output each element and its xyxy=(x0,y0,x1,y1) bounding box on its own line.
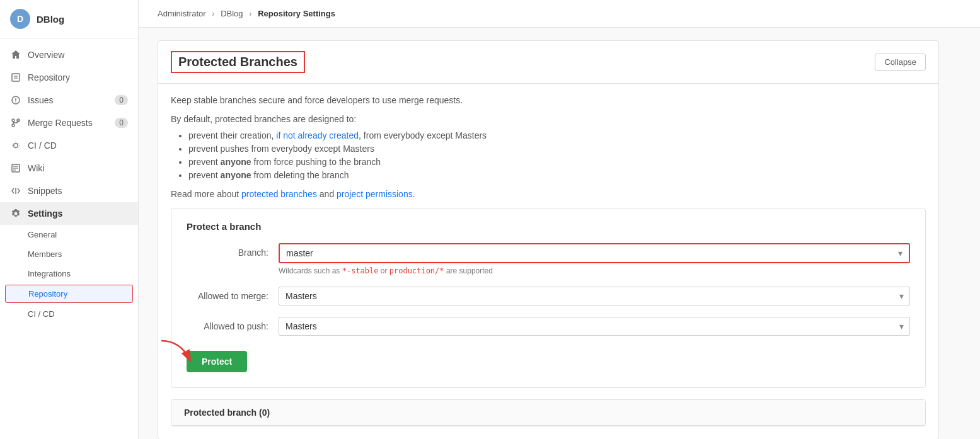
avatar: D xyxy=(10,9,30,29)
sidebar-submenu-general[interactable]: General xyxy=(0,225,138,244)
default-title: By default, protected branches are desig… xyxy=(171,114,926,124)
bullet-2: prevent pushes from everybody except Mas… xyxy=(188,144,926,154)
protected-branch-section: Protected branch (0) xyxy=(171,399,926,426)
issues-badge: 0 xyxy=(115,95,128,105)
allowed-merge-select-wrap: Masters Developers + Masters No one ▾ xyxy=(279,287,910,305)
sidebar-item-issues[interactable]: Issues 0 xyxy=(0,89,138,111)
sidebar-item-overview[interactable]: Overview xyxy=(0,43,138,66)
svg-point-5 xyxy=(15,101,16,103)
sidebar-item-repository[interactable]: Repository xyxy=(0,66,138,89)
book-icon xyxy=(10,72,21,83)
branch-hint: Wildcards such as *-stable or production… xyxy=(279,266,910,275)
merge-icon xyxy=(10,117,21,128)
sidebar-item-label: Repository xyxy=(28,72,70,83)
section-description: Keep stable branches secure and force de… xyxy=(171,95,926,105)
svg-rect-0 xyxy=(12,74,20,81)
sidebar-item-label: Settings xyxy=(28,208,62,219)
breadcrumb-dblog[interactable]: DBlog xyxy=(221,9,243,18)
sidebar-item-label: Overview xyxy=(28,50,64,60)
sidebar-item-label: Merge Requests xyxy=(28,118,93,128)
sidebar-submenu-repository[interactable]: Repository xyxy=(5,285,133,303)
sidebar-item-label: Issues xyxy=(28,95,53,105)
main-content: Administrator › DBlog › Repository Setti… xyxy=(139,0,980,439)
branch-input-wrap: ▾ Wildcards such as *-stable or producti… xyxy=(279,243,910,275)
read-more-link-1[interactable]: protected branches xyxy=(241,189,317,199)
sidebar-submenu-members[interactable]: Members xyxy=(0,244,138,264)
allowed-push-label: Allowed to push: xyxy=(187,317,268,331)
read-more: Read more about protected branches and p… xyxy=(171,189,926,199)
snippet-icon xyxy=(10,185,21,197)
bullet-3: prevent anyone from force pushing to the… xyxy=(188,157,926,167)
bullet-link-1[interactable]: if not already created xyxy=(276,130,359,140)
sidebar-item-label: Snippets xyxy=(28,186,62,196)
branch-input[interactable] xyxy=(280,244,909,262)
read-more-link-2[interactable]: project permissions xyxy=(337,189,413,199)
sidebar-item-cicd[interactable]: CI / CD xyxy=(0,134,138,157)
issue-icon xyxy=(10,94,21,106)
content-area: Protected Branches Collapse Keep stable … xyxy=(139,28,958,439)
section-body: Keep stable branches secure and force de… xyxy=(158,84,938,439)
allowed-push-wrap: Masters Developers + Masters No one ▾ xyxy=(279,317,910,336)
sidebar-submenu-integrations[interactable]: Integrations xyxy=(0,264,138,283)
protect-form-title: Protect a branch xyxy=(187,221,910,232)
sidebar-submenu-cicd[interactable]: CI / CD xyxy=(0,304,138,324)
allowed-push-select[interactable]: Masters Developers + Masters No one xyxy=(279,317,910,336)
home-icon xyxy=(10,49,21,60)
svg-point-7 xyxy=(12,124,14,127)
svg-point-6 xyxy=(12,119,14,122)
allowed-merge-label: Allowed to merge: xyxy=(187,287,268,301)
gear-icon xyxy=(10,140,21,151)
allowed-push-select-wrap: Masters Developers + Masters No one ▾ xyxy=(279,317,910,336)
protect-form: Protect a branch Branch: ▾ Wildcards suc… xyxy=(171,208,926,388)
allowed-merge-wrap: Masters Developers + Masters No one ▾ xyxy=(279,287,910,305)
allowed-merge-select[interactable]: Masters Developers + Masters No one xyxy=(279,287,910,305)
sidebar-item-settings[interactable]: Settings xyxy=(0,202,138,225)
sidebar: D DBlog Overview Repository Issues 0 xyxy=(0,0,139,439)
bullet-list: prevent their creation, if not already c… xyxy=(171,130,926,180)
wiki-icon xyxy=(10,162,21,174)
allowed-merge-row: Allowed to merge: Masters Developers + M… xyxy=(187,287,910,305)
breadcrumb: Administrator › DBlog › Repository Setti… xyxy=(139,0,980,28)
project-name: DBlog xyxy=(37,14,64,25)
sidebar-item-label: Wiki xyxy=(28,163,44,173)
sidebar-nav: Overview Repository Issues 0 Merge Reque… xyxy=(0,38,138,329)
page-section-header: Protected Branches Collapse xyxy=(158,41,938,84)
breadcrumb-administrator[interactable]: Administrator xyxy=(158,9,206,18)
branch-input-container: ▾ xyxy=(279,243,910,263)
page-title: Protected Branches xyxy=(171,51,305,73)
sidebar-header: D DBlog xyxy=(0,0,138,38)
sidebar-item-merge-requests[interactable]: Merge Requests 0 xyxy=(0,111,138,134)
merge-requests-badge: 0 xyxy=(115,118,128,128)
bullet-4: prevent anyone from deleting the branch xyxy=(188,170,926,180)
breadcrumb-current: Repository Settings xyxy=(258,9,335,18)
sidebar-item-label: CI / CD xyxy=(28,140,57,151)
page-section: Protected Branches Collapse Keep stable … xyxy=(158,40,939,439)
branch-label: Branch: xyxy=(187,243,268,258)
allowed-push-row: Allowed to push: Masters Developers + Ma… xyxy=(187,317,910,336)
sidebar-item-snippets[interactable]: Snippets xyxy=(0,180,138,202)
protected-branch-header: Protected branch (0) xyxy=(171,400,925,426)
bullet-1: prevent their creation, if not already c… xyxy=(188,130,926,140)
protect-btn-row: Protect xyxy=(187,347,910,372)
branch-row: Branch: ▾ Wildcards such as *-stable or … xyxy=(187,243,910,275)
settings-icon xyxy=(10,208,21,219)
sidebar-item-wiki[interactable]: Wiki xyxy=(0,157,138,180)
settings-submenu: General Members Integrations Repository … xyxy=(0,225,138,324)
collapse-button[interactable]: Collapse xyxy=(875,54,926,71)
protect-button[interactable]: Protect xyxy=(187,351,247,372)
